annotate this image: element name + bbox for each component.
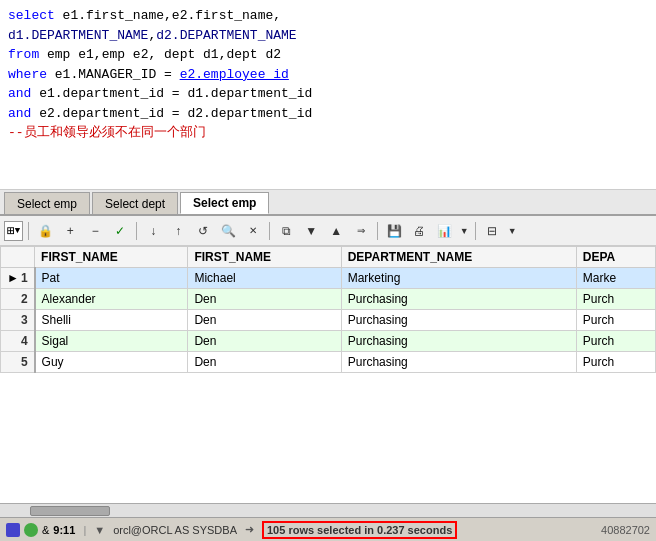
col-header-rownum	[1, 247, 35, 268]
status-time: 9:11	[53, 524, 75, 536]
status-icon-blue	[6, 523, 20, 537]
status-connection: orcl@ORCL AS SYSDBA	[113, 524, 237, 536]
table-cell: Den	[188, 310, 341, 331]
table-row[interactable]: 3ShelliDenPurchasingPurch	[1, 310, 656, 331]
tab-select-emp-1[interactable]: Select emp	[4, 192, 90, 214]
horizontal-scrollbar[interactable]	[0, 503, 656, 517]
tab-bar: Select emp Select dept Select emp	[0, 190, 656, 216]
table-cell: Purch	[576, 352, 655, 373]
row-number-cell: 4	[1, 331, 35, 352]
keyword-and-1: and	[8, 86, 31, 101]
table-cell: Purchasing	[341, 289, 576, 310]
commit-button[interactable]: ✓	[109, 220, 131, 242]
export-arrow-button[interactable]: ⇒	[350, 220, 372, 242]
table-cell: Marke	[576, 268, 655, 289]
status-icon-green	[24, 523, 38, 537]
sql-line-comment: --员工和领导必须不在同一个部门	[8, 123, 648, 143]
separator-1	[28, 222, 29, 240]
col-header-dept-name[interactable]: DEPARTMENT_NAME	[341, 247, 576, 268]
results-table: FIRST_NAME FIRST_NAME DEPARTMENT_NAME DE…	[0, 246, 656, 373]
sql-line-6: and e2.department_id = d2.department_id	[8, 104, 648, 124]
table-row[interactable]: 5GuyDenPurchasingPurch	[1, 352, 656, 373]
delete-row-button[interactable]: −	[84, 220, 106, 242]
row-number-cell: 5	[1, 352, 35, 373]
sql-line-1: select e1.first_name,e2.first_name,	[8, 6, 648, 26]
separator-3	[269, 222, 270, 240]
table-header-row: FIRST_NAME FIRST_NAME DEPARTMENT_NAME DE…	[1, 247, 656, 268]
table-row[interactable]: ►1PatMichaelMarketingMarke	[1, 268, 656, 289]
table-cell: Purch	[576, 289, 655, 310]
table-cell: Purchasing	[341, 331, 576, 352]
separator-2	[136, 222, 137, 240]
lock-button[interactable]: 🔒	[34, 220, 56, 242]
table-button[interactable]: ⊟	[481, 220, 503, 242]
row-number-cell: 2	[1, 289, 35, 310]
col-header-dept-abbr[interactable]: DEPA	[576, 247, 655, 268]
table-row[interactable]: 2AlexanderDenPurchasingPurch	[1, 289, 656, 310]
status-left-section: & 9:11	[6, 523, 75, 537]
table-cell: Michael	[188, 268, 341, 289]
table-cell: Guy	[35, 352, 188, 373]
refresh-button[interactable]: ↺	[192, 220, 214, 242]
row-number-cell: 3	[1, 310, 35, 331]
table-cell: Sigal	[35, 331, 188, 352]
table-cell: Den	[188, 289, 341, 310]
table-cell: Purchasing	[341, 310, 576, 331]
sql-line-5: and e1.department_id = d1.department_id	[8, 84, 648, 104]
table-cell: Purch	[576, 310, 655, 331]
filter-up-button[interactable]: ▲	[325, 220, 347, 242]
chart-dropdown[interactable]: ▼	[458, 220, 470, 242]
grid-scroll-area[interactable]: FIRST_NAME FIRST_NAME DEPARTMENT_NAME DE…	[0, 246, 656, 503]
table-cell: Den	[188, 331, 341, 352]
table-cell: Purch	[576, 331, 655, 352]
table-cell: Pat	[35, 268, 188, 289]
table-cell: Purchasing	[341, 352, 576, 373]
save-button[interactable]: 💾	[383, 220, 405, 242]
table-cell: Den	[188, 352, 341, 373]
sort-asc-button[interactable]: ↓	[142, 220, 164, 242]
link-e2-employee-id[interactable]: e2.employee_id	[180, 67, 289, 82]
col-header-first-name-2[interactable]: FIRST_NAME	[188, 247, 341, 268]
keyword-select: select	[8, 8, 55, 23]
status-dropdown-arrow[interactable]: ▼	[94, 524, 105, 536]
table-cell: Alexander	[35, 289, 188, 310]
copy-button[interactable]: ⧉	[275, 220, 297, 242]
add-row-button[interactable]: +	[59, 220, 81, 242]
table-cell: Shelli	[35, 310, 188, 331]
status-bar: & 9:11 | ▼ orcl@ORCL AS SYSDBA ➜ 105 row…	[0, 517, 656, 541]
sql-line-4: where e1.MANAGER_ID = e2.employee_id	[8, 65, 648, 85]
separator-4	[377, 222, 378, 240]
sql-line-3: from emp e1,emp e2, dept d1,dept d2	[8, 45, 648, 65]
filter-down-button[interactable]: ▼	[300, 220, 322, 242]
status-rows-text: 105 rows selected in 0.237 seconds	[262, 521, 457, 539]
table-dropdown[interactable]: ▼	[506, 220, 518, 242]
col-header-first-name-1[interactable]: FIRST_NAME	[35, 247, 188, 268]
separator-5	[475, 222, 476, 240]
status-ampersand: &	[42, 524, 49, 536]
keyword-and-2: and	[8, 106, 31, 121]
data-grid: FIRST_NAME FIRST_NAME DEPARTMENT_NAME DE…	[0, 246, 656, 517]
dropdown-arrow-icon: ▼	[15, 226, 20, 236]
sql-line-2: d1.DEPARTMENT_NAME,d2.DEPARTMENT_NAME	[8, 26, 648, 46]
chart-button[interactable]: 📊	[433, 220, 455, 242]
grid-icon: ⊞	[7, 223, 15, 239]
grid-toolbar: ⊞ ▼ 🔒 + − ✓ ↓ ↑ ↺ 🔍 ✕ ⧉ ▼ ▲ ⇒ 💾 🖨 📊 ▼ ⊟ …	[0, 216, 656, 246]
status-arrow-icon: ➜	[245, 523, 254, 536]
print-button[interactable]: 🖨	[408, 220, 430, 242]
tab-select-emp-2[interactable]: Select emp	[180, 192, 269, 214]
table-row[interactable]: 4SigalDenPurchasingPurch	[1, 331, 656, 352]
row-number-cell: ►1	[1, 268, 35, 289]
search-button[interactable]: 🔍	[217, 220, 239, 242]
status-right-id: 40882702	[601, 524, 650, 536]
keyword-from: from	[8, 47, 39, 62]
scrollbar-thumb[interactable]	[30, 506, 110, 516]
status-divider: |	[83, 524, 86, 536]
tab-select-dept[interactable]: Select dept	[92, 192, 178, 214]
keyword-where: where	[8, 67, 47, 82]
sql-editor[interactable]: select e1.first_name,e2.first_name, d1.D…	[0, 0, 656, 190]
grid-view-dropdown[interactable]: ⊞ ▼	[4, 221, 23, 241]
table-cell: Marketing	[341, 268, 576, 289]
sort-desc-button[interactable]: ↑	[167, 220, 189, 242]
clear-button[interactable]: ✕	[242, 220, 264, 242]
